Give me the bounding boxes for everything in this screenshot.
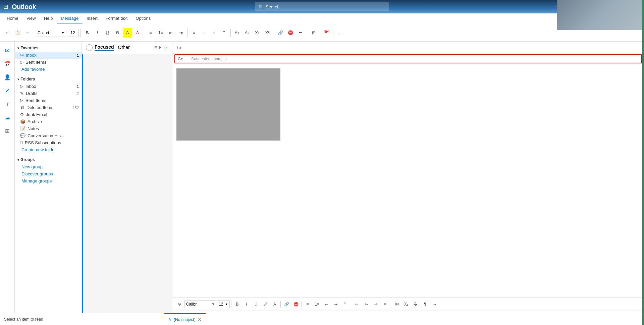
- discover-groups-link[interactable]: Discover groups: [15, 170, 82, 177]
- manage-groups-link[interactable]: Manage groups: [15, 177, 82, 184]
- folders-chevron: ▾: [17, 77, 19, 81]
- quote-button[interactable]: ": [219, 28, 229, 38]
- folder-item-conversation[interactable]: 💬 Conversation His...: [15, 132, 82, 139]
- format-justify[interactable]: ≡: [381, 300, 389, 309]
- tab-other[interactable]: Other: [118, 45, 130, 51]
- sidebar-icon-mail[interactable]: ✉: [1, 44, 13, 56]
- folder-item-archive[interactable]: 📦 Archive: [15, 118, 82, 125]
- numbering-button[interactable]: 1≡: [156, 28, 165, 38]
- tab-focused[interactable]: Focused: [95, 44, 114, 51]
- spacing-button[interactable]: ↕: [209, 28, 219, 38]
- unlink-button[interactable]: ⛔: [286, 28, 295, 38]
- create-folder-link[interactable]: Create new folder: [15, 146, 82, 153]
- folder-item-drafts[interactable]: ✎ Drafts 2: [15, 90, 82, 97]
- folders-section-header[interactable]: ▾ Folders: [15, 75, 82, 83]
- subscript-button[interactable]: X₂: [253, 28, 262, 38]
- tab-insert[interactable]: Insert: [83, 14, 102, 23]
- flag-button[interactable]: 🚩: [322, 28, 331, 38]
- tab-options[interactable]: Options: [131, 14, 155, 23]
- format-bold[interactable]: B: [233, 300, 241, 309]
- sidebar-icon-onedrive[interactable]: ☁: [1, 111, 13, 123]
- search-bar[interactable]: 🔍: [255, 2, 389, 11]
- text-direction-button[interactable]: ↔: [199, 28, 209, 38]
- tab-format-text[interactable]: Format text: [102, 14, 132, 23]
- folder-item-rss[interactable]: □ RSS Subscriptions: [15, 139, 82, 146]
- paste-button[interactable]: 📋: [13, 28, 22, 38]
- format-more[interactable]: ···: [430, 300, 439, 309]
- format-bullets[interactable]: ≡: [303, 300, 312, 309]
- tab-help[interactable]: Help: [40, 14, 57, 23]
- folder-item-sent-fav[interactable]: ▷ Sent Items: [15, 59, 82, 66]
- format-quote[interactable]: ": [341, 300, 350, 309]
- selection-circle[interactable]: [86, 44, 93, 51]
- add-favorite-link[interactable]: Add favorite: [15, 66, 82, 73]
- format-italic[interactable]: I: [242, 300, 251, 309]
- waffle-icon[interactable]: ⊞: [3, 3, 8, 10]
- filter-button[interactable]: ⊟ Filter: [154, 45, 168, 50]
- text-size-down-button[interactable]: A↓: [243, 28, 252, 38]
- bullets-button[interactable]: ≡: [146, 28, 155, 38]
- text-size-up-button[interactable]: A↑: [232, 28, 242, 38]
- format-align-left[interactable]: ⇐: [353, 300, 361, 309]
- folder-item-notes[interactable]: 📝 Notes: [15, 125, 82, 132]
- format-special[interactable]: ¶: [421, 300, 429, 309]
- folder-item-deleted[interactable]: 🗑 Deleted Items 182: [15, 104, 82, 111]
- format-subscript[interactable]: X₂: [402, 300, 411, 309]
- status-close-button[interactable]: ✕: [198, 317, 202, 322]
- table-button[interactable]: ⊞: [309, 28, 318, 38]
- format-decrease-indent[interactable]: ⇤: [322, 300, 331, 309]
- sidebar-icon-tasks[interactable]: ✔: [1, 85, 13, 97]
- more-options-button[interactable]: ···: [335, 28, 344, 38]
- to-input[interactable]: [190, 45, 640, 50]
- cut-button[interactable]: ✂: [23, 28, 32, 38]
- strikethrough-button[interactable]: S: [113, 28, 122, 38]
- bold-button[interactable]: B: [83, 28, 92, 38]
- font-selector[interactable]: Calibri ▼: [36, 29, 66, 37]
- format-clear-button[interactable]: ⊘: [175, 300, 184, 309]
- format-font-color[interactable]: A: [270, 300, 279, 309]
- align-button[interactable]: ≡: [189, 28, 199, 38]
- compose-body[interactable]: [172, 64, 644, 297]
- format-increase-indent[interactable]: ⇥: [331, 300, 340, 309]
- format-font-size[interactable]: 12 ▼: [217, 300, 230, 308]
- format-numbering[interactable]: 1≡: [313, 300, 321, 309]
- tab-view[interactable]: View: [22, 14, 40, 23]
- superscript-button[interactable]: X²: [263, 28, 272, 38]
- status-compose-tab[interactable]: ✎ (No subject) ✕: [164, 313, 206, 325]
- cc-input[interactable]: [226, 56, 639, 61]
- format-unlink[interactable]: ⛔: [291, 300, 300, 309]
- format-highlight[interactable]: 🖊: [261, 300, 270, 309]
- underline-button[interactable]: U: [103, 28, 112, 38]
- format-align-right[interactable]: ⇒: [371, 300, 380, 309]
- apps-grid-icon: ⊞: [5, 128, 9, 134]
- sidebar-icon-apps[interactable]: ⊞: [1, 125, 13, 137]
- format-align-center[interactable]: ⇔: [362, 300, 371, 309]
- format-underline[interactable]: U: [252, 300, 260, 309]
- font-size-selector[interactable]: 12: [67, 29, 79, 37]
- folder-item-junk[interactable]: ⊘ Junk Email: [15, 111, 82, 118]
- folder-item-sent[interactable]: ▷ Sent Items: [15, 97, 82, 104]
- new-group-link[interactable]: New group: [15, 163, 82, 170]
- link-button[interactable]: 🔗: [276, 28, 285, 38]
- sidebar-icon-calendar[interactable]: 📅: [1, 58, 13, 70]
- decrease-indent-button[interactable]: ⇤: [166, 28, 175, 38]
- highlight-button[interactable]: A: [123, 28, 132, 38]
- format-strikethrough[interactable]: S: [411, 300, 420, 309]
- search-input[interactable]: [266, 4, 386, 9]
- sidebar-icon-people[interactable]: 👤: [1, 71, 13, 83]
- format-link[interactable]: 🔗: [282, 300, 291, 309]
- undo-button[interactable]: ↩: [3, 28, 12, 38]
- groups-section-header[interactable]: ▾ Groups: [15, 156, 82, 163]
- signature-button[interactable]: ✒: [296, 28, 305, 38]
- favorites-section-header[interactable]: ▾ Favorites: [15, 44, 82, 52]
- font-color-button[interactable]: A: [133, 28, 142, 38]
- tab-home[interactable]: Home: [3, 14, 22, 23]
- italic-button[interactable]: I: [93, 28, 102, 38]
- tab-message[interactable]: Message: [57, 14, 83, 23]
- format-superscript[interactable]: X²: [392, 300, 401, 309]
- increase-indent-button[interactable]: ⇥: [176, 28, 185, 38]
- sidebar-icon-teams[interactable]: T: [1, 98, 13, 110]
- folder-item-inbox[interactable]: ▷ Inbox 1: [15, 83, 82, 90]
- format-font-name[interactable]: Calibri ▼: [184, 300, 216, 308]
- folder-item-inbox-fav[interactable]: ✉ Inbox 1: [15, 52, 82, 59]
